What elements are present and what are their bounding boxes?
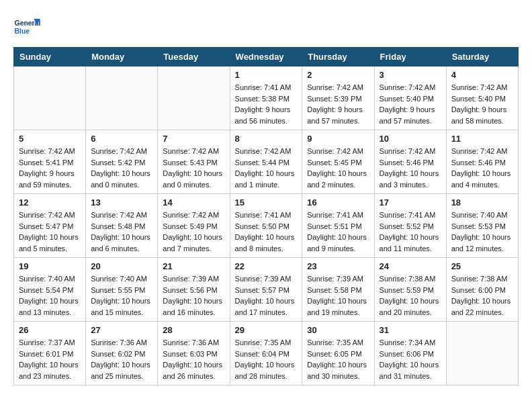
day-info: Sunrise: 7:42 AMSunset: 5:43 PMDaylight:… — [163, 146, 224, 190]
day-number: 25 — [451, 261, 513, 271]
calendar-cell: 22Sunrise: 7:39 AMSunset: 5:57 PMDayligh… — [230, 258, 302, 322]
day-number: 28 — [163, 325, 224, 335]
day-number: 4 — [451, 70, 513, 80]
day-number: 8 — [235, 134, 298, 144]
calendar-cell: 4Sunrise: 7:42 AMSunset: 5:40 PMDaylight… — [446, 66, 518, 130]
calendar-cell: 26Sunrise: 7:37 AMSunset: 6:01 PMDayligh… — [14, 322, 86, 385]
day-number: 21 — [163, 261, 224, 271]
calendar-cell: 19Sunrise: 7:40 AMSunset: 5:54 PMDayligh… — [14, 258, 86, 322]
day-number: 16 — [307, 197, 369, 208]
calendar-cell: 20Sunrise: 7:40 AMSunset: 5:55 PMDayligh… — [86, 258, 158, 322]
weekday-header-thursday: Thursday — [302, 48, 374, 66]
day-info: Sunrise: 7:34 AMSunset: 6:06 PMDaylight:… — [380, 337, 441, 381]
day-info: Sunrise: 7:36 AMSunset: 6:02 PMDaylight:… — [91, 337, 152, 381]
day-info: Sunrise: 7:35 AMSunset: 6:05 PMDaylight:… — [307, 337, 369, 381]
day-number: 7 — [163, 134, 224, 144]
calendar-cell: 14Sunrise: 7:42 AMSunset: 5:49 PMDayligh… — [158, 194, 230, 258]
day-number: 6 — [91, 134, 152, 144]
day-info: Sunrise: 7:41 AMSunset: 5:51 PMDaylight:… — [307, 210, 369, 254]
weekday-header-friday: Friday — [374, 48, 446, 66]
weekday-header-sunday: Sunday — [14, 48, 86, 66]
day-info: Sunrise: 7:41 AMSunset: 5:50 PMDaylight:… — [235, 210, 298, 254]
day-info: Sunrise: 7:41 AMSunset: 5:52 PMDaylight:… — [380, 210, 441, 254]
day-info: Sunrise: 7:39 AMSunset: 5:56 PMDaylight:… — [163, 273, 224, 318]
week-row-4: 19Sunrise: 7:40 AMSunset: 5:54 PMDayligh… — [14, 258, 519, 322]
day-info: Sunrise: 7:42 AMSunset: 5:46 PMDaylight:… — [380, 146, 441, 190]
week-row-5: 26Sunrise: 7:37 AMSunset: 6:01 PMDayligh… — [14, 322, 519, 385]
page-header: General Blue — [13, 13, 519, 40]
svg-text:Blue: Blue — [15, 28, 30, 35]
day-number: 23 — [307, 261, 369, 271]
calendar-cell: 2Sunrise: 7:42 AMSunset: 5:39 PMDaylight… — [302, 66, 374, 130]
calendar-cell: 24Sunrise: 7:38 AMSunset: 5:59 PMDayligh… — [374, 258, 446, 322]
day-number: 24 — [380, 261, 441, 271]
day-number: 22 — [235, 261, 298, 271]
day-info: Sunrise: 7:39 AMSunset: 5:57 PMDaylight:… — [235, 273, 298, 318]
calendar-cell — [86, 66, 158, 130]
calendar-cell: 9Sunrise: 7:42 AMSunset: 5:45 PMDaylight… — [302, 130, 374, 194]
day-number: 10 — [380, 134, 441, 144]
calendar-cell: 27Sunrise: 7:36 AMSunset: 6:02 PMDayligh… — [86, 322, 158, 385]
calendar-cell: 30Sunrise: 7:35 AMSunset: 6:05 PMDayligh… — [302, 322, 374, 385]
calendar-cell: 29Sunrise: 7:35 AMSunset: 6:04 PMDayligh… — [230, 322, 302, 385]
weekday-header-saturday: Saturday — [446, 48, 518, 66]
calendar-cell: 28Sunrise: 7:36 AMSunset: 6:03 PMDayligh… — [158, 322, 230, 385]
calendar-cell: 6Sunrise: 7:42 AMSunset: 5:42 PMDaylight… — [86, 130, 158, 194]
week-row-2: 5Sunrise: 7:42 AMSunset: 5:41 PMDaylight… — [14, 130, 519, 194]
calendar-cell: 5Sunrise: 7:42 AMSunset: 5:41 PMDaylight… — [14, 130, 86, 194]
day-number: 31 — [380, 325, 441, 335]
day-info: Sunrise: 7:37 AMSunset: 6:01 PMDaylight:… — [19, 337, 81, 381]
calendar-cell: 10Sunrise: 7:42 AMSunset: 5:46 PMDayligh… — [374, 130, 446, 194]
day-info: Sunrise: 7:40 AMSunset: 5:55 PMDaylight:… — [91, 273, 152, 318]
calendar-cell: 25Sunrise: 7:38 AMSunset: 6:00 PMDayligh… — [446, 258, 518, 322]
day-number: 20 — [91, 261, 152, 271]
day-info: Sunrise: 7:42 AMSunset: 5:41 PMDaylight:… — [19, 146, 81, 190]
calendar-cell — [446, 322, 518, 385]
day-number: 30 — [307, 325, 369, 335]
day-info: Sunrise: 7:42 AMSunset: 5:42 PMDaylight:… — [91, 146, 152, 190]
day-number: 3 — [380, 70, 441, 80]
day-info: Sunrise: 7:38 AMSunset: 6:00 PMDaylight:… — [451, 273, 513, 318]
calendar-cell: 1Sunrise: 7:41 AMSunset: 5:38 PMDaylight… — [230, 66, 302, 130]
day-number: 5 — [19, 134, 81, 144]
day-info: Sunrise: 7:42 AMSunset: 5:39 PMDaylight:… — [307, 82, 369, 126]
day-info: Sunrise: 7:42 AMSunset: 5:49 PMDaylight:… — [163, 210, 224, 254]
logo: General Blue — [13, 13, 43, 40]
day-info: Sunrise: 7:38 AMSunset: 5:59 PMDaylight:… — [380, 273, 441, 318]
calendar-cell: 8Sunrise: 7:42 AMSunset: 5:44 PMDaylight… — [230, 130, 302, 194]
day-number: 18 — [451, 197, 513, 208]
day-info: Sunrise: 7:35 AMSunset: 6:04 PMDaylight:… — [235, 337, 298, 381]
day-number: 15 — [235, 197, 298, 208]
calendar-cell: 16Sunrise: 7:41 AMSunset: 5:51 PMDayligh… — [302, 194, 374, 258]
day-info: Sunrise: 7:42 AMSunset: 5:44 PMDaylight:… — [235, 146, 298, 190]
calendar-cell: 11Sunrise: 7:42 AMSunset: 5:46 PMDayligh… — [446, 130, 518, 194]
day-info: Sunrise: 7:36 AMSunset: 6:03 PMDaylight:… — [163, 337, 224, 381]
day-info: Sunrise: 7:41 AMSunset: 5:38 PMDaylight:… — [235, 82, 298, 126]
day-number: 26 — [19, 325, 81, 335]
week-row-3: 12Sunrise: 7:42 AMSunset: 5:47 PMDayligh… — [14, 194, 519, 258]
calendar-cell: 23Sunrise: 7:39 AMSunset: 5:58 PMDayligh… — [302, 258, 374, 322]
day-number: 14 — [163, 197, 224, 208]
calendar-cell — [14, 66, 86, 130]
day-info: Sunrise: 7:42 AMSunset: 5:46 PMDaylight:… — [451, 146, 513, 190]
day-number: 11 — [451, 134, 513, 144]
calendar-cell: 21Sunrise: 7:39 AMSunset: 5:56 PMDayligh… — [158, 258, 230, 322]
day-info: Sunrise: 7:40 AMSunset: 5:54 PMDaylight:… — [19, 273, 81, 318]
day-info: Sunrise: 7:40 AMSunset: 5:53 PMDaylight:… — [451, 210, 513, 254]
day-number: 17 — [380, 197, 441, 208]
calendar-cell: 18Sunrise: 7:40 AMSunset: 5:53 PMDayligh… — [446, 194, 518, 258]
day-info: Sunrise: 7:42 AMSunset: 5:45 PMDaylight:… — [307, 146, 369, 190]
weekday-header-wednesday: Wednesday — [230, 48, 302, 66]
week-row-1: 1Sunrise: 7:41 AMSunset: 5:38 PMDaylight… — [14, 66, 519, 130]
weekday-header-monday: Monday — [86, 48, 158, 66]
calendar: SundayMondayTuesdayWednesdayThursdayFrid… — [13, 47, 519, 385]
calendar-cell: 3Sunrise: 7:42 AMSunset: 5:40 PMDaylight… — [374, 66, 446, 130]
calendar-cell: 13Sunrise: 7:42 AMSunset: 5:48 PMDayligh… — [86, 194, 158, 258]
calendar-header-row: SundayMondayTuesdayWednesdayThursdayFrid… — [14, 48, 519, 66]
day-number: 29 — [235, 325, 298, 335]
day-number: 9 — [307, 134, 369, 144]
calendar-cell: 12Sunrise: 7:42 AMSunset: 5:47 PMDayligh… — [14, 194, 86, 258]
day-number: 13 — [91, 197, 152, 208]
day-number: 2 — [307, 70, 369, 80]
calendar-cell: 15Sunrise: 7:41 AMSunset: 5:50 PMDayligh… — [230, 194, 302, 258]
